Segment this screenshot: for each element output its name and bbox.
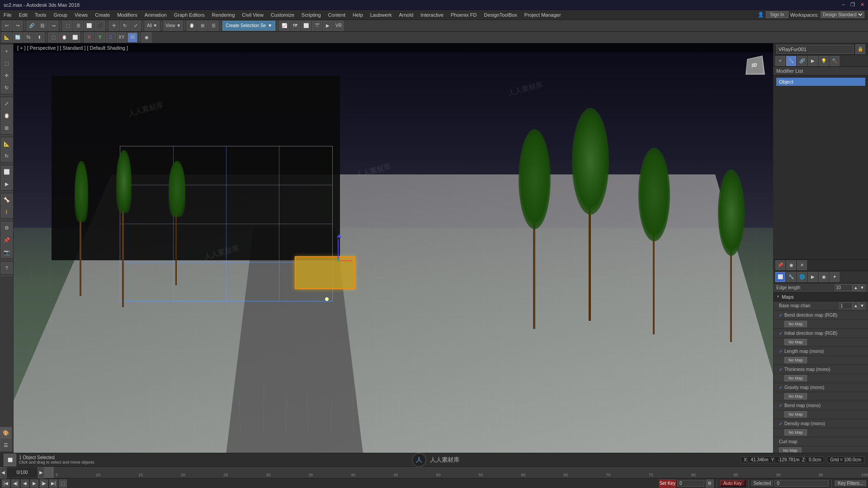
select-by-name-btn[interactable]: ☰ [73,21,83,31]
key-filters-btn[interactable]: Key Filters... [835,480,866,486]
menu-design-toolbox[interactable]: DesignToolBox [480,10,520,19]
initial-direction-check[interactable]: ✓ [779,331,783,336]
edge-length-input[interactable] [835,284,853,291]
lock-btn[interactable]: 🔒 [855,44,865,54]
lt-biped-btn[interactable]: 🚶 [1,206,13,218]
maps-section-header[interactable]: ▼ Maps [774,293,868,301]
select-scale-btn[interactable]: ⤢ [131,21,141,31]
x-axis-btn[interactable]: X [84,33,94,42]
rp-tab-modifier[interactable]: 🔧 [786,272,796,282]
set-key-btn[interactable]: Set Key [659,479,676,488]
array-btn[interactable]: ⬜ [70,33,80,42]
align-btn[interactable]: ⊞ [198,21,208,31]
menu-customize[interactable]: Customize [267,10,298,19]
menu-rendering[interactable]: Rendering [208,10,239,19]
remove-modifier-btn[interactable]: ✕ [797,260,807,270]
lt-camera-btn[interactable]: 📷 [1,246,13,258]
ref-coord-dropdown[interactable]: All ▼ [145,21,160,31]
y-axis-btn[interactable]: Y [95,33,105,42]
play-back-btn[interactable]: ◀ [21,479,29,488]
display-panel-btn[interactable]: 💡 [819,56,829,66]
window-crossing-btn[interactable]: ⬛ [95,21,105,31]
lt-move-btn[interactable]: ✛ [1,70,13,81]
rp-tab-color[interactable]: ⬜ [775,272,785,282]
thickness-map-btn[interactable]: No Map [784,375,807,381]
object-color-swatch[interactable]: ⬜ [4,454,16,466]
isolate-btn[interactable]: ◉ [142,33,151,42]
lt-align-btn[interactable]: ⊞ [1,122,13,134]
menu-interactive[interactable]: Interactive [417,10,447,19]
schematic-btn[interactable]: 🗺 [290,21,300,31]
menu-help[interactable]: Help [349,10,367,19]
menu-arnold[interactable]: Arnold [395,10,417,19]
bend-direction-map-btn[interactable]: No Map [784,321,807,327]
lt-reactor-btn[interactable]: ⚙ [1,222,13,234]
menu-laubwerk[interactable]: Laubwerk [367,10,396,19]
modifier-stack[interactable]: Object [774,75,868,259]
viewport-canvas[interactable]: 人人素材库 人人素材库 人人素材库 人人素材库 人人素材库 3D [14,43,773,453]
close-btn[interactable]: ✕ [860,2,864,8]
menu-scripting[interactable]: Scripting [298,10,325,19]
base-map-chan-up[interactable]: ▲ [853,302,859,310]
lt-pin-btn[interactable]: 📌 [1,234,13,246]
undo-btn[interactable]: ↩ [2,21,12,31]
bend-map-check[interactable]: ✓ [779,403,783,408]
menu-graph-editors[interactable]: Graph Editors [170,10,208,19]
rp-tab-render[interactable]: ▶ [808,272,818,282]
edge-length-up[interactable]: ▲ [853,284,859,291]
menu-tools[interactable]: Tools [31,10,50,19]
lt-material-btn[interactable]: ⬜ [1,166,13,178]
thickness-map-check[interactable]: ✓ [779,367,783,372]
length-map-btn[interactable]: No Map [784,357,807,363]
minimize-btn[interactable]: − [842,2,845,8]
gravity-map-check[interactable]: ✓ [779,385,783,390]
bend-direction-check[interactable]: ✓ [779,313,783,318]
key-input[interactable] [677,480,704,487]
lt-snap-btn[interactable]: 📐 [1,138,13,150]
rp-tab-shader[interactable]: 🌐 [797,272,807,282]
anim-mode-btn[interactable]: ⬚ [59,479,67,488]
menu-phoenix-fd[interactable]: Phoenix FD [447,10,480,19]
object-name-input[interactable] [776,45,854,54]
percent-snap-btn[interactable]: % [24,33,33,42]
pin-stack-btn[interactable]: 📌 [775,260,785,270]
spinner-snap-btn[interactable]: ⬆ [34,33,44,42]
gravity-map-btn[interactable]: No Map [784,393,807,399]
lt-material-thumb[interactable]: 🎨 [0,427,12,439]
mirror-t2-btn[interactable]: 🪞 [59,33,69,42]
render-setup-btn[interactable]: 🎬 [312,21,322,31]
select-move-btn[interactable]: ✛ [109,21,119,31]
redo-btn[interactable]: ↪ [13,21,23,31]
lt-create-btn[interactable]: + [1,45,13,57]
vray-frame-btn[interactable]: VR [334,21,344,31]
curl-map-btn[interactable]: No Map [779,447,802,453]
link-btn[interactable]: 🔗 [27,21,37,31]
sign-in-button[interactable]: Sign In [766,11,788,18]
bind-to-space-warp[interactable]: ↝ [48,21,58,31]
lt-angle-snap-btn[interactable]: ↻ [1,150,13,162]
menu-create[interactable]: Create [91,10,113,19]
menu-group[interactable]: Group [50,10,71,19]
lt-scale-btn[interactable]: ⤢ [1,98,13,109]
lt-help-btn[interactable]: ? [1,262,13,274]
next-frame-btn[interactable]: |▶ [40,479,48,488]
go-to-start-btn[interactable]: |◀ [2,479,10,488]
lt-bone-btn[interactable]: 🦴 [1,194,13,206]
viewport-cube[interactable]: 3D [745,56,768,79]
density-map-btn[interactable]: No Map [784,429,807,436]
modify-panel-btn[interactable]: 🔧 [786,56,796,66]
hierarchy-panel-btn[interactable]: 🔗 [797,56,807,66]
xy-axis-btn[interactable]: XY [117,33,127,42]
curve-editor-btn[interactable]: 📈 [279,21,289,31]
view-btn[interactable]: View ▼ [164,21,183,31]
unlink-btn[interactable]: ⛓ [38,21,47,31]
lt-rotate-btn[interactable]: ↻ [1,82,13,94]
density-map-check[interactable]: ✓ [779,421,783,426]
workspace-dropdown[interactable]: Design Standard [821,11,864,18]
frame-range-input[interactable] [774,480,829,487]
menu-file[interactable]: File [0,10,15,19]
lt-render-btn[interactable]: ▶ [1,178,13,190]
bend-map-btn[interactable]: No Map [784,411,807,418]
initial-direction-map-btn[interactable]: No Map [784,339,807,345]
timeline-track[interactable]: 510152025303540 4550556065707580 8590951… [44,467,868,478]
